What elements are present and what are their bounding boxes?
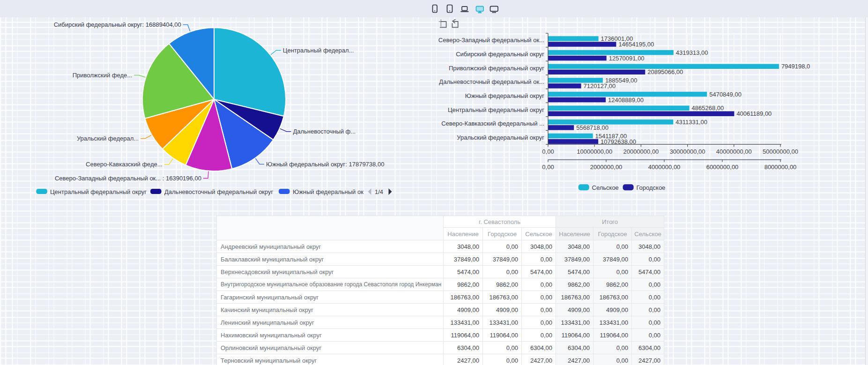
svg-text:7120127,00: 7120127,00 [584,82,616,89]
svg-text:Уральский федеральный округ: Уральский федеральный округ [457,134,544,141]
svg-text:6000000,00: 6000000,00 [706,164,739,171]
svg-text:Южный федеральный округ: Южный федеральный округ [465,92,544,99]
svg-text:Южный федеральный округ: 17879: Южный федеральный округ: 17879738,00 [266,161,384,168]
svg-text:1/4: 1/4 [375,188,383,195]
svg-text:Дальневосточный федеральный ок: Дальневосточный федеральный округ [164,188,273,195]
svg-text:Сибирский федеральный округ: Сибирский федеральный округ [456,51,544,58]
svg-text:7949198,0: 7949198,0 [781,63,810,70]
svg-text:40000000,00: 40000000,00 [716,148,752,155]
svg-text:Приволжский федеральный округ: Приволжский федеральный округ [449,65,544,72]
svg-text:Дальневосточный ф...: Дальневосточный ф... [293,128,356,135]
svg-text:20895066,00: 20895066,00 [647,68,683,75]
svg-text:0,00: 0,00 [542,164,554,171]
svg-text:Приволжский феде...: Приволжский феде... [73,72,132,79]
svg-text:50000000,00: 50000000,00 [763,148,798,155]
svg-text:Северо-Западный федеральный ок: Северо-Западный федеральный ок... : 1639… [55,175,201,182]
svg-text:30000000,00: 30000000,00 [670,148,705,155]
svg-text:20000000,00: 20000000,00 [623,148,659,155]
svg-text:Городское: Городское [636,184,665,191]
svg-text:8000000,00: 8000000,00 [764,164,797,171]
svg-text:Центральный федеральный округ: Центральный федеральный округ [448,106,544,113]
svg-text:Уральский федерал...: Уральский федерал... [77,135,139,142]
svg-text:12408889,00: 12408889,00 [608,97,644,104]
svg-text:40061189,00: 40061189,00 [736,110,772,117]
svg-text:Северо-Кавказский федеральный: Северо-Кавказский федеральный ... [441,120,544,127]
svg-text:Южный федеральный ок: Южный федеральный ок [293,188,364,195]
svg-text:14654195,00: 14654195,00 [618,41,654,48]
svg-text:12570091,00: 12570091,00 [609,55,645,62]
svg-text:Сибирский федеральный округ: 1: Сибирский федеральный округ: 16889404,00 [54,21,181,28]
svg-text:4000000,00: 4000000,00 [648,164,681,171]
svg-text:Дальневосточный федеральный ок: Дальневосточный федеральный ок... [439,78,544,85]
svg-text:Северо-Западный федеральный ок: Северо-Западный федеральный ок... [438,37,544,44]
svg-text:4319313,00: 4319313,00 [676,49,708,56]
svg-text:0,00: 0,00 [542,148,554,155]
svg-text:10000000,00: 10000000,00 [577,148,612,155]
svg-text:4865268,00: 4865268,00 [692,104,724,112]
svg-text:5568718,00: 5568718,00 [576,124,608,131]
svg-text:4311331,00: 4311331,00 [675,119,707,126]
svg-text:Северо-Кавказский феде...: Северо-Кавказский феде... [86,161,163,168]
svg-text:Сельское: Сельское [592,184,619,191]
svg-text:2000000,00: 2000000,00 [590,164,623,171]
svg-text:Центральный федерал...: Центральный федерал... [283,47,354,54]
svg-text:Центральный федеральный округ: Центральный федеральный округ [50,188,147,195]
svg-text:5470849,00: 5470849,00 [709,91,742,98]
svg-text:10792638,00: 10792638,00 [601,138,636,145]
